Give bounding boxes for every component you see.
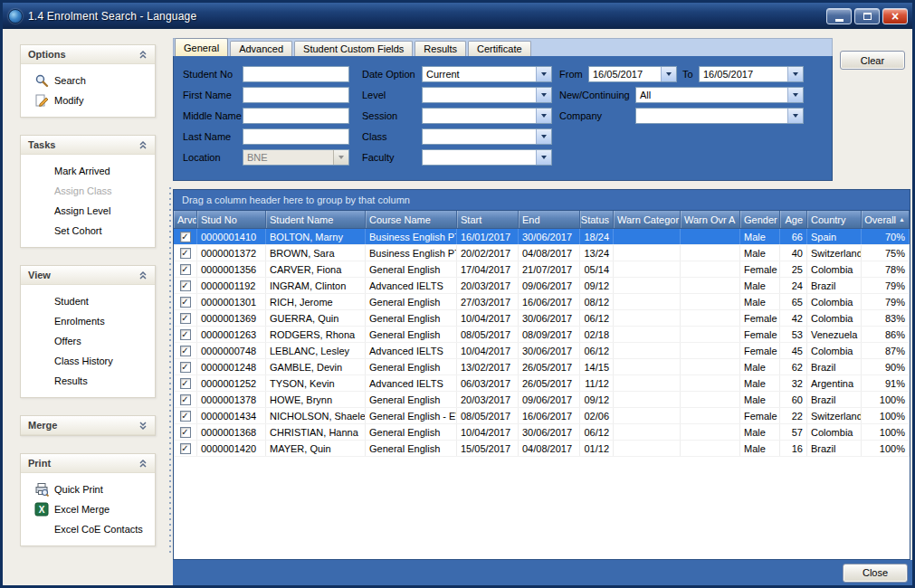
table-row[interactable]: 0000001301RICH, JeromeGeneral English27/… (174, 294, 910, 310)
arrived-checkbox[interactable] (180, 264, 191, 275)
sidebar-item-mark-arrived[interactable]: Mark Arrived (21, 161, 155, 181)
sidebar-item-results[interactable]: Results (21, 371, 155, 391)
title-bar[interactable]: 1.4 Enrolment Search - Language × (3, 3, 912, 29)
tab-general[interactable]: General (175, 38, 228, 56)
arrived-checkbox[interactable] (180, 313, 191, 324)
group-by-bar[interactable]: Drag a column header here to group by th… (174, 190, 910, 211)
table-row[interactable]: 0000001248GAMBLE, DevinGeneral English13… (174, 359, 910, 375)
table-row[interactable]: 0000001372BROWN, SaraBusiness English PT… (174, 245, 910, 261)
level-select[interactable] (422, 87, 552, 103)
new-continuing-select[interactable]: All (635, 87, 804, 103)
chevron-down-icon[interactable] (536, 88, 551, 102)
to-date-select[interactable]: 16/05/2017 (699, 66, 804, 82)
chevron-down-icon[interactable] (787, 88, 803, 102)
arrived-checkbox[interactable] (180, 411, 191, 422)
faculty-select[interactable] (422, 149, 552, 166)
from-date-select[interactable]: 16/05/2017 (588, 66, 677, 82)
merge-panel-header[interactable]: Merge (21, 416, 155, 435)
table-row[interactable]: 0000001356CARVER, FionaGeneral English17… (174, 261, 910, 278)
tab-student-custom-fields[interactable]: Student Custom Fields (294, 41, 413, 56)
chevron-down-icon[interactable] (536, 109, 551, 123)
column-header-start[interactable]: Start (457, 211, 519, 228)
table-row[interactable]: 0000001369GUERRA, QuinGeneral English10/… (174, 310, 910, 327)
arrived-checkbox[interactable] (180, 297, 191, 308)
chevron-down-icon[interactable] (536, 129, 551, 144)
arrived-checkbox[interactable] (180, 329, 191, 340)
table-row[interactable]: 0000001420MAYER, QuinGeneral English15/0… (174, 441, 910, 457)
column-header-status[interactable]: Status (580, 211, 614, 228)
table-row[interactable]: 0000001410BOLTON, MarnyBusiness English … (174, 229, 910, 245)
tab-advanced[interactable]: Advanced (230, 41, 292, 56)
column-header-arvd[interactable]: Arvd (174, 211, 197, 228)
sidebar-item-class-history[interactable]: Class History (21, 351, 155, 371)
student-no-input[interactable] (243, 66, 349, 82)
column-header-overall[interactable]: Overall (862, 211, 910, 228)
close-button[interactable]: Close (843, 564, 908, 583)
arrived-checkbox[interactable] (180, 427, 191, 438)
sidebar-item-offers[interactable]: Offers (21, 331, 155, 351)
date-option-select[interactable]: Current (422, 66, 552, 82)
sidebar-item-student[interactable]: Student (21, 291, 155, 311)
sidebar-item-excel-merge[interactable]: X Excel Merge (21, 499, 155, 519)
column-header-stud-no[interactable]: Stud No (197, 211, 266, 228)
chevron-down-icon[interactable] (536, 150, 551, 165)
arrived-checkbox[interactable] (180, 280, 191, 291)
class-select[interactable] (422, 128, 552, 145)
chevron-down-icon[interactable] (136, 419, 150, 432)
column-header-gender[interactable]: Gender (740, 211, 780, 228)
table-row[interactable]: 0000001192INGRAM, ClintonAdvanced IELTS2… (174, 278, 910, 294)
last-name-input[interactable] (243, 128, 349, 145)
chevron-up-icon[interactable] (136, 138, 150, 152)
tab-results[interactable]: Results (415, 41, 466, 56)
arrived-checkbox[interactable] (180, 378, 191, 389)
table-row[interactable]: 0000001378HOWE, BrynnGeneral English20/0… (174, 392, 910, 408)
column-header-country[interactable]: Country (807, 211, 862, 228)
sidebar-item-set-cohort[interactable]: Set Cohort (21, 221, 155, 241)
sidebar-item-assign-level[interactable]: Assign Level (21, 201, 155, 221)
arrived-checkbox[interactable] (180, 248, 191, 259)
grid-cell-age: 25 (780, 261, 807, 277)
maximize-button[interactable] (854, 8, 880, 24)
close-window-button[interactable]: × (882, 8, 908, 24)
options-panel-header[interactable]: Options (21, 45, 155, 64)
sidebar-item-search[interactable]: Search (21, 71, 155, 90)
sidebar-item-excel-coe-contacts[interactable]: Excel CoE Contacts (21, 519, 155, 539)
chevron-down-icon[interactable] (787, 109, 803, 123)
first-name-input[interactable] (243, 87, 349, 103)
sidebar-splitter[interactable] (167, 29, 173, 585)
tab-certificate[interactable]: Certificate (468, 41, 531, 56)
sidebar-item-quick-print[interactable]: Quick Print (21, 479, 155, 499)
minimize-button[interactable] (826, 8, 852, 24)
print-panel-header[interactable]: Print (21, 454, 155, 473)
session-select[interactable] (422, 108, 552, 124)
column-header-end[interactable]: End (519, 211, 580, 228)
table-row[interactable]: 0000001434NICHOLSON, ShaeleighGeneral En… (174, 408, 910, 424)
arrived-checkbox[interactable] (180, 346, 191, 356)
sidebar-item-enrolments[interactable]: Enrolments (21, 311, 155, 331)
table-row[interactable]: 0000001263RODGERS, RhonaGeneral English0… (174, 327, 910, 343)
arrived-checkbox[interactable] (180, 232, 191, 242)
table-row[interactable]: 0000001368CHRISTIAN, HannaGeneral Englis… (174, 424, 910, 441)
column-header-warn-ovr-a[interactable]: Warn Ovr A (681, 211, 740, 228)
arrived-checkbox[interactable] (180, 443, 191, 454)
arrived-checkbox[interactable] (180, 394, 191, 405)
chevron-up-icon[interactable] (136, 48, 150, 62)
column-header-warn-categor[interactable]: Warn Categor (614, 211, 681, 228)
column-header-course-name[interactable]: Course Name (366, 211, 457, 228)
tasks-panel-header[interactable]: Tasks (21, 136, 155, 155)
middle-name-input[interactable] (243, 108, 349, 124)
sidebar-item-modify[interactable]: Modify (21, 90, 155, 110)
chevron-up-icon[interactable] (136, 457, 150, 470)
chevron-down-icon[interactable] (536, 67, 551, 81)
arrived-checkbox[interactable] (180, 362, 191, 373)
table-row[interactable]: 0000000748LEBLANC, LesleyAdvanced IELTS1… (174, 343, 910, 359)
chevron-up-icon[interactable] (136, 269, 150, 282)
view-panel-header[interactable]: View (21, 266, 155, 285)
column-header-age[interactable]: Age (780, 211, 807, 228)
company-select[interactable] (635, 108, 804, 124)
clear-button[interactable]: Clear (840, 51, 905, 70)
chevron-down-icon[interactable] (661, 67, 676, 81)
table-row[interactable]: 0000001252TYSON, KevinAdvanced IELTS06/0… (174, 375, 910, 392)
column-header-student-name[interactable]: Student Name (266, 211, 366, 228)
chevron-down-icon[interactable] (787, 67, 803, 81)
